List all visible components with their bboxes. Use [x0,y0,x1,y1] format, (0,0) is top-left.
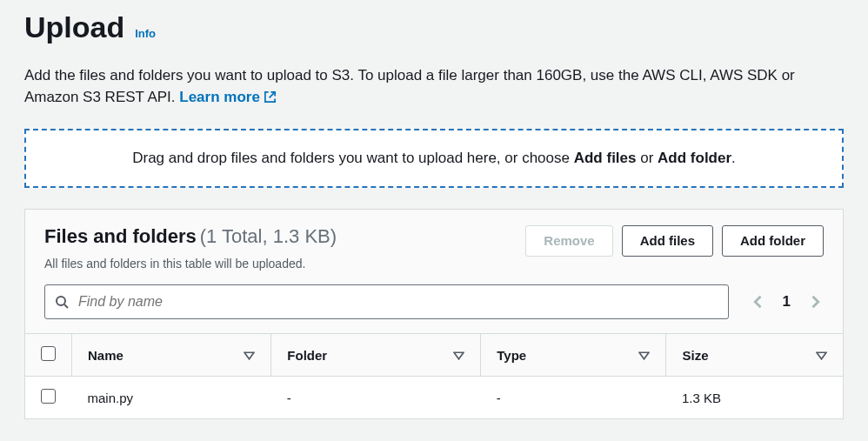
col-name[interactable]: Name [72,334,271,377]
dropzone[interactable]: Drag and drop files and folders you want… [24,129,844,188]
col-size[interactable]: Size [666,334,843,377]
remove-button[interactable]: Remove [525,225,612,257]
page-prev-icon[interactable] [750,293,767,311]
col-size-label: Size [682,348,708,363]
files-table: Name Folder Type [25,333,843,418]
page-number: 1 [783,293,791,311]
col-folder-label: Folder [287,348,327,363]
row-checkbox[interactable] [41,389,56,404]
page-title: Upload [24,10,124,44]
dropzone-bold-add-folder: Add folder [658,150,731,166]
pagination: 1 [750,293,824,311]
col-type-label: Type [497,348,526,363]
sort-icon [244,350,255,361]
search-icon [55,295,69,309]
sort-icon [453,350,464,361]
external-link-icon [264,90,277,104]
dropzone-mid: or [637,150,658,166]
add-files-button[interactable]: Add files [622,225,713,257]
upload-description: Add the files and folders you want to up… [24,65,844,108]
cell-folder: - [271,377,481,419]
dropzone-suffix: . [731,150,736,166]
sort-icon [816,350,827,361]
files-and-folders-panel: Files and folders (1 Total, 1.3 KB) All … [24,209,844,419]
cell-type: - [481,377,666,419]
search-input[interactable] [44,284,729,319]
col-name-label: Name [88,348,124,363]
dropzone-prefix: Drag and drop files and folders you want… [132,150,574,166]
panel-subtitle: All files and folders in this table will… [44,257,515,271]
add-folder-button[interactable]: Add folder [722,225,824,257]
cell-size: 1.3 KB [666,377,843,419]
col-type[interactable]: Type [481,334,666,377]
sort-icon [638,350,650,361]
info-link[interactable]: Info [135,27,156,40]
cell-name: main.py [72,377,271,419]
col-folder[interactable]: Folder [271,334,481,377]
panel-count: (1 Total, 1.3 KB) [200,225,337,247]
svg-point-0 [57,297,65,305]
table-row: main.py - - 1.3 KB [25,377,843,419]
panel-title: Files and folders [44,225,197,247]
select-all-checkbox[interactable] [41,346,56,361]
page-next-icon[interactable] [806,293,824,311]
description-text: Add the files and folders you want to up… [24,67,795,105]
dropzone-bold-add-files: Add files [574,150,637,166]
learn-more-link[interactable]: Learn more [179,87,277,109]
learn-more-label: Learn more [179,87,260,109]
